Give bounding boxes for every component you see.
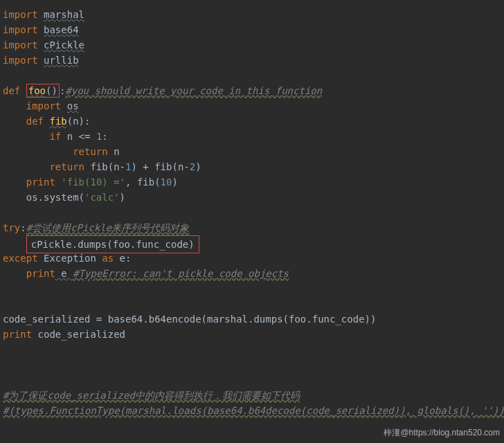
code-line[interactable]: os.system('calc') <box>3 190 504 205</box>
keyword-print: print <box>26 268 55 279</box>
expr: ) + fib(n- <box>131 161 189 172</box>
keyword-return: return <box>73 146 108 157</box>
code-line[interactable]: return fib(n-1) + fib(n-2) <box>3 159 504 174</box>
expr: ) <box>120 192 125 203</box>
code-editor[interactable]: import marshal import base64 import cPic… <box>0 0 504 425</box>
keyword-except: except <box>3 253 38 264</box>
expr: n <= <box>61 131 96 142</box>
code-line[interactable]: print code_serialized <box>3 327 504 342</box>
var: e <box>114 253 125 264</box>
code-line[interactable]: print e #TypeError: can't pickle code ob… <box>3 266 504 281</box>
blank-line <box>3 281 504 296</box>
module-name: os <box>67 100 79 111</box>
comment: #为了保证code_serialized中的内容得到执行，我们需要如下代码 <box>3 390 300 401</box>
keyword-print: print <box>26 177 55 188</box>
code-line[interactable]: code_serialized = base64.b64encode(marsh… <box>3 311 504 327</box>
comment: #you should write your code in this func… <box>65 85 322 96</box>
highlight-box-foo: foo() <box>26 84 60 98</box>
number: 10 <box>161 177 172 188</box>
keyword-def: def <box>3 85 20 96</box>
keyword-import: import <box>3 55 38 66</box>
code-line[interactable]: import base64 <box>3 22 504 37</box>
function-name: foo <box>28 85 46 96</box>
params: (n) <box>67 116 84 127</box>
module-name: cPickle <box>44 39 84 51</box>
code-line[interactable]: import os <box>3 98 504 114</box>
comment: #尝试使用cPickle来序列号代码对象 <box>26 222 189 233</box>
keyword-as: as <box>102 253 114 264</box>
keyword-try: try <box>3 222 20 233</box>
keyword-import: import <box>3 39 38 51</box>
code-line[interactable]: import cPickle <box>3 37 504 53</box>
params: () <box>46 85 57 96</box>
colon: : <box>20 222 26 233</box>
keyword-print: print <box>3 329 32 340</box>
colon: : <box>125 253 131 264</box>
code-line[interactable]: if n <= 1: <box>3 129 504 144</box>
function-name: fib <box>49 116 66 127</box>
module-name: base64 <box>44 24 79 35</box>
expr: ) <box>195 161 201 172</box>
comment: #TypeError: can't pickle code objects <box>73 268 289 279</box>
module-name: marshal <box>44 9 84 20</box>
keyword-import: import <box>3 24 38 35</box>
code-line[interactable]: return n <box>3 144 504 159</box>
var: e <box>55 268 73 279</box>
code-line[interactable]: except Exception as e: <box>3 251 504 266</box>
code-line[interactable]: print 'fib(10) =', fib(10) <box>3 174 504 190</box>
code-line[interactable]: def fib(n): <box>3 114 504 129</box>
expr: os.system( <box>26 192 84 203</box>
blank-line <box>3 296 504 311</box>
expr: code_serialized = base64.b64encode(marsh… <box>3 314 376 325</box>
keyword-if: if <box>49 131 61 142</box>
blank-line <box>3 342 504 357</box>
code-line[interactable]: import marshal <box>3 7 504 22</box>
expr: , fib( <box>125 177 161 188</box>
var: code_serialized <box>32 329 125 340</box>
keyword-import: import <box>3 9 38 20</box>
expr: cPickle.dumps(foo.func_code) <box>31 239 195 250</box>
comment: #(types.FunctionType(marshal.loads(base6… <box>3 405 504 416</box>
expr: Exception <box>38 253 102 264</box>
code-line[interactable]: try:#尝试使用cPickle来序列号代码对象 <box>3 220 504 235</box>
keyword-return: return <box>49 161 84 172</box>
string: 'fib(10) =' <box>61 177 125 188</box>
blank-line <box>3 205 504 220</box>
code-line[interactable]: #为了保证code_serialized中的内容得到执行，我们需要如下代码 <box>3 388 504 403</box>
blank-line <box>3 68 504 83</box>
code-line[interactable]: def foo():#you should write your code in… <box>3 83 504 98</box>
number: 2 <box>190 161 195 172</box>
blank-line <box>3 357 504 372</box>
keyword-def: def <box>26 116 44 127</box>
keyword-import: import <box>26 100 62 111</box>
string: 'calc' <box>84 192 120 203</box>
code-line[interactable]: import urllib <box>3 53 504 68</box>
colon: : <box>102 131 107 142</box>
colon: : <box>84 116 90 127</box>
blank-line <box>3 372 504 388</box>
watermark-text: 梓潼@https://blog.ntan520.com <box>384 425 500 440</box>
expr: fib(n- <box>84 161 125 172</box>
expr: n <box>108 146 120 157</box>
expr: ) <box>172 177 177 188</box>
module-name: urllib <box>44 55 79 66</box>
code-line[interactable]: cPickle.dumps(foo.func_code) <box>3 235 504 251</box>
code-line[interactable]: #(types.FunctionType(marshal.loads(base6… <box>3 403 504 418</box>
